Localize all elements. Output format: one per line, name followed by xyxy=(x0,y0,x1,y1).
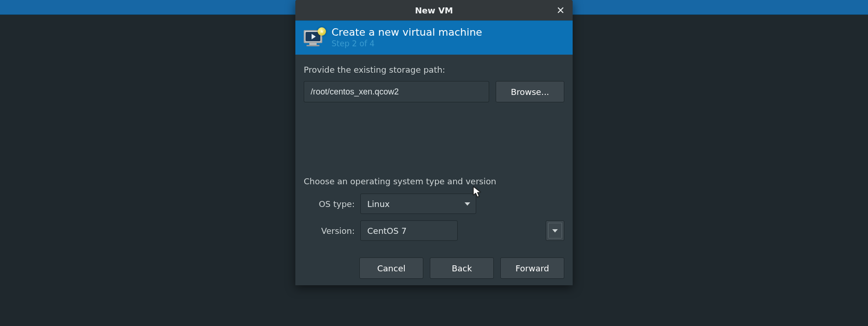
storage-path-label: Provide the existing storage path: xyxy=(304,65,564,75)
os-version-dropdown-toggle[interactable] xyxy=(546,220,564,241)
os-section-label: Choose an operating system type and vers… xyxy=(304,176,564,186)
os-version-value: CentOS 7 xyxy=(367,226,407,236)
dialog-titlebar[interactable]: New VM xyxy=(295,0,573,20)
wizard-title: Create a new virtual machine xyxy=(332,26,482,38)
os-version-label: Version: xyxy=(310,226,355,236)
os-type-value: Linux xyxy=(367,199,390,209)
dialog-content: Provide the existing storage path: Brows… xyxy=(295,55,573,249)
browse-button[interactable]: Browse... xyxy=(496,81,564,102)
wizard-step: Step 2 of 4 xyxy=(332,39,482,48)
back-button[interactable]: Back xyxy=(430,257,494,279)
dialog-title: New VM xyxy=(415,6,453,15)
chevron-down-icon xyxy=(465,202,470,206)
os-type-dropdown[interactable]: Linux xyxy=(360,194,476,214)
dialog-footer: Cancel Back Forward xyxy=(295,249,573,285)
vm-monitor-icon xyxy=(303,28,325,47)
close-icon xyxy=(557,5,564,16)
forward-button[interactable]: Forward xyxy=(500,257,564,279)
cancel-button[interactable]: Cancel xyxy=(359,257,423,279)
storage-path-input[interactable] xyxy=(304,81,489,102)
os-version-dropdown[interactable]: CentOS 7 xyxy=(360,220,458,241)
close-button[interactable] xyxy=(553,3,568,18)
wizard-banner: Create a new virtual machine Step 2 of 4 xyxy=(295,20,573,55)
os-type-label: OS type: xyxy=(310,199,355,209)
chevron-down-icon xyxy=(552,229,558,232)
new-vm-dialog: New VM Create a new virtual machine Step… xyxy=(295,0,573,285)
